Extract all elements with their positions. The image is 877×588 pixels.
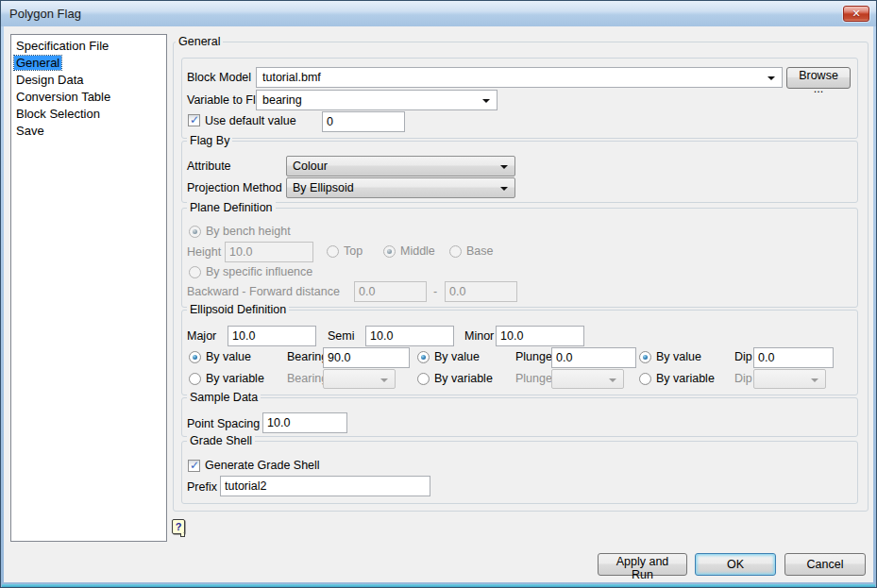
generate-grade-shell-label: Generate Grade Shell [205, 459, 320, 473]
general-group-title: General [176, 35, 223, 48]
grade-shell-group-title: Grade Shell [187, 434, 255, 447]
forward-distance-field [445, 281, 517, 302]
close-button[interactable]: ✕ [843, 6, 869, 22]
dip-by-variable-label: By variable [656, 372, 715, 386]
projection-method-value: By Ellipsoid [293, 181, 354, 194]
distance-dash: - [433, 285, 437, 299]
height-label: Height [187, 245, 221, 260]
by-specific-influence-radio [189, 266, 201, 278]
browse-button[interactable]: Browse ... [786, 67, 851, 89]
block-model-combobox[interactable]: tutorial.bmf [256, 67, 783, 88]
bearing-by-variable-radio[interactable] [189, 373, 201, 385]
sidebar-item-conversion-table[interactable]: Conversion Table [11, 89, 166, 106]
title-bar[interactable]: Polygon Flag ✕ [1, 1, 876, 26]
sidebar-item-label: Design Data [14, 73, 86, 87]
plunge-variable-label: Plunge [515, 372, 552, 386]
dip-variable-combobox [753, 369, 826, 389]
major-field[interactable] [228, 326, 316, 346]
chevron-down-icon [811, 378, 818, 382]
dip-label: Dip [734, 350, 752, 364]
dip-by-value-label: By value [656, 350, 701, 364]
flag-by-group-title: Flag By [187, 134, 232, 147]
help-glyph: ? [176, 521, 182, 532]
dip-by-variable-radio[interactable] [639, 373, 651, 385]
bearing-variable-combobox [323, 369, 396, 389]
close-icon: ✕ [852, 8, 860, 19]
sidebar-item-label: Specification File [14, 39, 110, 53]
sample-data-group-title: Sample Data [187, 391, 261, 404]
semi-label: Semi [328, 329, 354, 344]
attribute-label: Attribute [187, 160, 231, 174]
apply-and-run-button[interactable]: Apply and Run [598, 553, 687, 576]
plunge-by-variable-label: By variable [434, 372, 493, 386]
plunge-by-variable-radio[interactable] [417, 373, 430, 385]
polygon-flag-dialog: Polygon Flag ✕ Specification File Genera… [0, 0, 877, 588]
plunge-by-value-label: By value [434, 350, 480, 364]
use-default-checkbox[interactable] [188, 114, 200, 126]
bearing-value-field[interactable] [323, 347, 410, 368]
base-label: Base [466, 244, 494, 259]
dip-by-value-radio[interactable] [639, 351, 651, 363]
dip-value-field[interactable] [753, 347, 834, 368]
attribute-combobox[interactable]: Colour [286, 156, 515, 176]
projection-method-combobox[interactable]: By Ellipsoid [286, 177, 515, 198]
variable-to-flag-value: bearing [262, 93, 302, 107]
use-default-label: Use default value [205, 114, 296, 128]
backward-forward-distance-label: Backward - Forward distance [187, 285, 340, 299]
chevron-down-icon [380, 378, 388, 382]
sidebar-item-label: Conversion Table [14, 90, 112, 104]
sidebar-item-label: Block Selection [14, 107, 102, 121]
sidebar-item-block-selection[interactable]: Block Selection [11, 106, 166, 123]
sidebar-item-design-data[interactable]: Design Data [11, 72, 166, 89]
ok-button[interactable]: OK [695, 553, 776, 576]
flag-by-frame [181, 141, 858, 203]
plane-definition-group-title: Plane Definition [187, 201, 276, 214]
page-list: Specification File General Design Data C… [10, 34, 167, 542]
by-bench-height-radio [189, 226, 201, 238]
top-label: Top [344, 244, 363, 259]
plunge-value-field[interactable] [551, 347, 636, 368]
help-icon[interactable]: ? [172, 519, 185, 534]
backward-distance-field [354, 281, 427, 302]
chevron-down-icon [482, 99, 490, 103]
minor-field[interactable] [496, 326, 584, 346]
variable-to-flag-combobox[interactable]: bearing [256, 90, 498, 110]
plunge-by-value-radio[interactable] [417, 351, 430, 363]
block-model-value: tutorial.bmf [262, 71, 321, 84]
chevron-down-icon [500, 165, 508, 169]
attribute-value: Colour [293, 160, 328, 173]
sidebar-item-specification-file[interactable]: Specification File [11, 38, 166, 55]
plunge-variable-combobox [551, 369, 624, 389]
plunge-label: Plunge [515, 350, 552, 364]
sidebar-item-label: General [14, 56, 61, 70]
prefix-label: Prefix [187, 480, 217, 495]
semi-field[interactable] [365, 326, 454, 346]
major-label: Major [187, 329, 216, 344]
by-bench-height-label: By bench height [206, 225, 291, 239]
prefix-field[interactable] [220, 476, 430, 496]
bearing-variable-label: Bearing [287, 372, 328, 386]
sidebar-item-general[interactable]: General [11, 55, 166, 72]
minor-label: Minor [464, 329, 494, 344]
sidebar-item-save[interactable]: Save [11, 123, 166, 140]
sidebar-item-label: Save [14, 124, 46, 138]
block-model-label: Block Model [187, 71, 251, 85]
bearing-label: Bearing [287, 350, 328, 364]
base-radio [449, 245, 462, 258]
point-spacing-label: Point Spacing [187, 417, 260, 431]
bearing-by-value-label: By value [206, 350, 251, 364]
point-spacing-field[interactable] [262, 412, 347, 433]
chevron-down-icon [500, 187, 508, 191]
bearing-by-value-radio[interactable] [189, 351, 201, 363]
by-specific-influence-label: By specific influence [206, 265, 312, 279]
ellipsoid-definition-group-title: Ellipsoid Definition [187, 303, 289, 316]
cancel-button[interactable]: Cancel [784, 553, 866, 576]
chevron-down-icon [767, 76, 775, 80]
middle-radio [383, 245, 396, 258]
middle-label: Middle [400, 244, 435, 259]
default-value-field[interactable] [322, 111, 405, 132]
window-title: Polygon Flag [9, 7, 81, 21]
bearing-by-variable-label: By variable [206, 372, 264, 386]
projection-method-label: Projection Method [187, 181, 282, 195]
generate-grade-shell-checkbox[interactable] [188, 460, 200, 472]
